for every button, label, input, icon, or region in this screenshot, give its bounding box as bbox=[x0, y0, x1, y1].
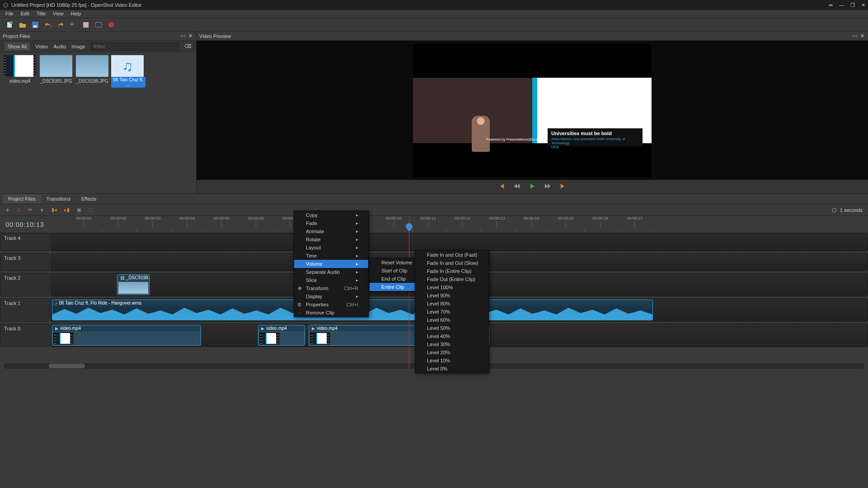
menu-item-rotate[interactable]: Rotate bbox=[294, 235, 368, 244]
thumb-06 Taio Cruz ft. ...[interactable]: ♫06 Taio Cruz ft. ... bbox=[111, 55, 145, 88]
filter-image[interactable]: Image bbox=[71, 44, 85, 49]
menu-item-separate-audio[interactable]: Separate Audio bbox=[294, 268, 368, 276]
menu-item-level-70-[interactable]: Level 70% bbox=[415, 308, 488, 316]
export-icon[interactable] bbox=[108, 21, 115, 28]
menu-item-fade-out-entire-clip-[interactable]: Fade Out (Entire Clip) bbox=[415, 275, 488, 283]
menu-item-time[interactable]: Time bbox=[294, 252, 368, 260]
next-marker-icon[interactable]: ▸▮ bbox=[64, 207, 70, 213]
open-project-icon[interactable] bbox=[19, 21, 26, 28]
menu-edit[interactable]: Edit bbox=[17, 10, 33, 18]
track-name[interactable]: Track 0 bbox=[0, 324, 50, 347]
filter-video[interactable]: Video bbox=[35, 44, 48, 49]
tick: 00:00:04 bbox=[179, 216, 195, 227]
center-playhead-icon[interactable]: ▣ bbox=[77, 207, 81, 213]
undo-icon[interactable] bbox=[44, 21, 52, 28]
tab-project-files[interactable]: Project Files bbox=[3, 194, 41, 203]
menu-item-copy[interactable]: Copy bbox=[294, 211, 368, 219]
clip[interactable]: ▶ video.mp4 bbox=[52, 325, 201, 346]
menu-help[interactable]: Help bbox=[67, 10, 85, 18]
clear-filter-icon[interactable]: ⌫ bbox=[184, 43, 192, 49]
clip-label: 🖼 _DSC9198.JPG bbox=[117, 275, 149, 281]
import-files-icon[interactable]: + bbox=[70, 21, 77, 28]
shrink-icon[interactable]: ⇔ bbox=[829, 2, 833, 8]
zoom-checkbox[interactable]: ▢ bbox=[832, 207, 836, 213]
razor-icon[interactable]: ✂ bbox=[28, 207, 32, 213]
track-name[interactable]: Track 2 bbox=[0, 273, 50, 296]
slide-subtitle: Anka Mulder, vice president Delft Univer… bbox=[551, 137, 639, 145]
filter-input[interactable] bbox=[91, 42, 179, 51]
menu-file[interactable]: File bbox=[2, 10, 17, 18]
fast-forward-icon[interactable] bbox=[544, 183, 551, 190]
filter-audio[interactable]: Audio bbox=[53, 44, 66, 49]
jump-end-icon[interactable] bbox=[560, 183, 566, 190]
new-project-icon[interactable] bbox=[6, 21, 14, 28]
play-icon[interactable] bbox=[529, 183, 535, 190]
tab-effects[interactable]: Effects bbox=[76, 194, 102, 203]
thumb-label: 06 Taio Cruz ft. ... bbox=[111, 77, 145, 88]
menu-item-fade-in-and-out-slow-[interactable]: Fade In and Out (Slow) bbox=[415, 259, 488, 267]
track-body[interactable] bbox=[51, 233, 868, 251]
track-name[interactable]: Track 4 bbox=[0, 233, 50, 251]
tick: 00:00:17 bbox=[627, 216, 643, 227]
filter-show-all[interactable]: Show All bbox=[5, 42, 30, 51]
panel-undock-icon[interactable]: ▫▫ ✕ bbox=[181, 33, 193, 39]
track-row[interactable]: Track 4 bbox=[0, 233, 868, 251]
clip[interactable]: ▶ video.mp4 bbox=[258, 325, 305, 346]
context-menu-clip[interactable]: CopyFadeAnimateRotateLayoutTimeVolumeSep… bbox=[294, 211, 369, 317]
project-files-body[interactable]: video.mp4_DSC9391.JPG_DSC9198.JPG♫06 Tai… bbox=[0, 52, 196, 193]
redo-icon[interactable] bbox=[57, 21, 64, 28]
clip[interactable]: 🖼 _DSC9198.JPG bbox=[117, 274, 150, 295]
marker-icon[interactable]: ▼ bbox=[39, 207, 44, 213]
save-project-icon[interactable] bbox=[32, 21, 39, 28]
track-name[interactable]: Track 3 bbox=[0, 253, 50, 271]
menu-item-fade[interactable]: Fade bbox=[294, 219, 368, 227]
menu-item-display[interactable]: Display bbox=[294, 292, 368, 300]
profiles-icon[interactable] bbox=[82, 21, 89, 28]
menu-item-level-10-[interactable]: Level 10% bbox=[415, 357, 488, 365]
menu-item-level-50-[interactable]: Level 50% bbox=[415, 324, 488, 332]
menu-title[interactable]: Title bbox=[33, 10, 49, 18]
menu-item-level-30-[interactable]: Level 30% bbox=[415, 340, 488, 348]
thumb-_DSC9198.JPG[interactable]: _DSC9198.JPG bbox=[75, 55, 109, 84]
menu-item-level-90-[interactable]: Level 90% bbox=[415, 291, 488, 300]
svg-rect-6 bbox=[95, 23, 102, 27]
panel-undock-icon[interactable]: ▫▫ ✕ bbox=[853, 33, 865, 39]
minimize-icon[interactable]: ― bbox=[839, 2, 844, 8]
timeline-ruler[interactable]: 00:00:0100:00:0200:00:0300:00:0400:00:05… bbox=[50, 216, 868, 233]
ripple-icon[interactable]: ▢ bbox=[89, 207, 93, 213]
menu-item-slice[interactable]: Slice bbox=[294, 276, 368, 284]
close-icon[interactable]: ✕ bbox=[861, 2, 865, 8]
menu-item-level-80-[interactable]: Level 80% bbox=[415, 300, 488, 308]
maximize-icon[interactable]: ❐ bbox=[850, 2, 855, 8]
tick: 00:00:03 bbox=[145, 216, 160, 227]
menu-item-level-100-[interactable]: Level 100% bbox=[415, 283, 488, 291]
track-name[interactable]: Track 1 bbox=[0, 298, 50, 322]
menu-item-level-40-[interactable]: Level 40% bbox=[415, 332, 488, 340]
prev-marker-icon[interactable]: ▮◂ bbox=[52, 207, 57, 213]
snap-icon[interactable]: ⊃ bbox=[17, 207, 21, 213]
menu-item-properties[interactable]: ⚙PropertiesCtrl+I bbox=[294, 300, 368, 309]
thumb-video.mp4[interactable]: video.mp4 bbox=[3, 55, 37, 84]
slide-overlay: Universities must be bold Anka Mulder, v… bbox=[548, 128, 643, 146]
menu-item-remove-clip[interactable]: −Remove Clip bbox=[294, 309, 368, 317]
menu-view[interactable]: View bbox=[49, 10, 67, 18]
thumb-_DSC9391.JPG[interactable]: _DSC9391.JPG bbox=[39, 55, 73, 84]
jump-start-icon[interactable] bbox=[498, 183, 505, 190]
scrollbar-thumb[interactable] bbox=[49, 364, 85, 368]
playhead[interactable] bbox=[409, 216, 409, 370]
add-track-icon[interactable]: + bbox=[5, 206, 9, 214]
menu-item-level-20-[interactable]: Level 20% bbox=[415, 348, 488, 357]
menu-item-level-60-[interactable]: Level 60% bbox=[415, 316, 488, 324]
fullscreen-icon[interactable] bbox=[95, 21, 102, 28]
menu-item-fade-in-entire-clip-[interactable]: Fade In (Entire Clip) bbox=[415, 267, 488, 275]
menu-item-level-0-[interactable]: Level 0% bbox=[415, 365, 488, 373]
menu-item-layout[interactable]: Layout bbox=[294, 244, 368, 252]
tick: 00:00:10 bbox=[386, 216, 402, 227]
context-menu-entire-clip[interactable]: Fade In and Out (Fast)Fade In and Out (S… bbox=[415, 250, 489, 373]
tab-transitions[interactable]: Transitions bbox=[41, 194, 76, 203]
rewind-icon[interactable] bbox=[514, 183, 520, 190]
menu-item-volume[interactable]: Volume bbox=[294, 260, 368, 268]
menu-item-animate[interactable]: Animate bbox=[294, 227, 368, 235]
menu-item-fade-in-and-out-fast-[interactable]: Fade In and Out (Fast) bbox=[415, 251, 488, 259]
menu-item-transform[interactable]: ✥TransformCtrl+R bbox=[294, 284, 368, 292]
